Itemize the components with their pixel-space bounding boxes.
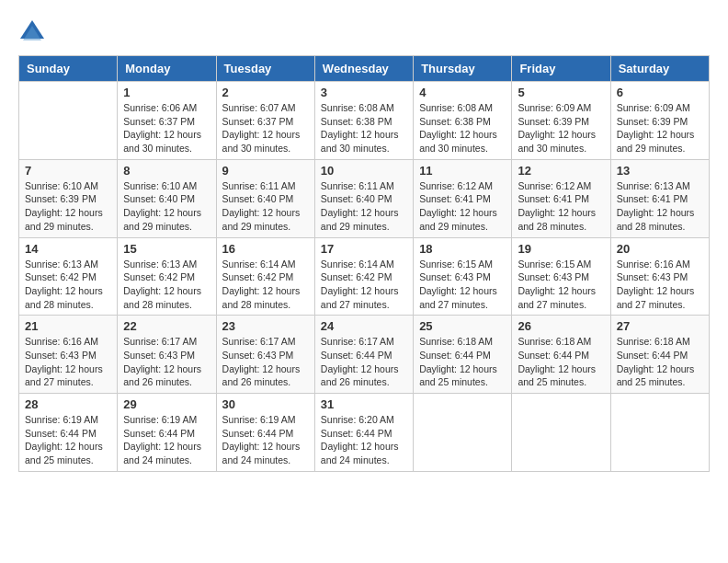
day-info: Sunrise: 6:18 AM Sunset: 6:44 PM Dayligh… (617, 335, 703, 389)
calendar-week-row: 7Sunrise: 6:10 AM Sunset: 6:39 PM Daylig… (19, 159, 710, 237)
calendar-cell: 23Sunrise: 6:17 AM Sunset: 6:43 PM Dayli… (216, 316, 314, 394)
day-number: 4 (419, 86, 506, 99)
calendar-cell: 31Sunrise: 6:20 AM Sunset: 6:44 PM Dayli… (314, 394, 413, 472)
calendar-cell: 8Sunrise: 6:10 AM Sunset: 6:40 PM Daylig… (118, 159, 216, 237)
day-number: 26 (518, 319, 604, 333)
calendar-cell: 6Sunrise: 6:09 AM Sunset: 6:39 PM Daylig… (610, 82, 709, 160)
calendar-cell: 1Sunrise: 6:06 AM Sunset: 6:37 PM Daylig… (118, 82, 216, 160)
day-info: Sunrise: 6:13 AM Sunset: 6:42 PM Dayligh… (123, 258, 210, 312)
day-number: 27 (617, 319, 703, 333)
day-number: 28 (25, 397, 111, 411)
day-number: 8 (123, 164, 210, 178)
day-number: 15 (123, 242, 210, 256)
day-number: 18 (419, 242, 506, 256)
day-number: 29 (123, 397, 210, 411)
logo-icon (18, 18, 46, 46)
day-info: Sunrise: 6:09 AM Sunset: 6:39 PM Dayligh… (518, 101, 604, 155)
day-number: 1 (123, 86, 210, 99)
day-number: 23 (222, 319, 309, 333)
day-info: Sunrise: 6:17 AM Sunset: 6:43 PM Dayligh… (123, 335, 210, 389)
day-number: 17 (321, 242, 407, 256)
calendar-cell: 14Sunrise: 6:13 AM Sunset: 6:42 PM Dayli… (19, 237, 118, 316)
day-number: 19 (518, 242, 604, 256)
calendar-cell: 11Sunrise: 6:12 AM Sunset: 6:41 PM Dayli… (414, 159, 512, 237)
calendar-cell: 25Sunrise: 6:18 AM Sunset: 6:44 PM Dayli… (414, 316, 512, 394)
calendar-cell: 20Sunrise: 6:16 AM Sunset: 6:43 PM Dayli… (610, 237, 709, 316)
day-number: 21 (25, 319, 111, 333)
day-info: Sunrise: 6:19 AM Sunset: 6:44 PM Dayligh… (123, 413, 210, 467)
day-info: Sunrise: 6:10 AM Sunset: 6:40 PM Dayligh… (123, 179, 210, 234)
day-number: 11 (419, 164, 506, 178)
calendar-cell (19, 82, 118, 160)
day-number: 6 (617, 86, 703, 99)
day-number: 5 (518, 86, 604, 99)
day-number: 12 (518, 164, 604, 178)
day-info: Sunrise: 6:20 AM Sunset: 6:44 PM Dayligh… (321, 413, 407, 467)
day-info: Sunrise: 6:14 AM Sunset: 6:42 PM Dayligh… (321, 258, 407, 312)
day-info: Sunrise: 6:17 AM Sunset: 6:43 PM Dayligh… (222, 335, 309, 389)
day-info: Sunrise: 6:10 AM Sunset: 6:39 PM Dayligh… (25, 179, 111, 234)
day-number: 20 (617, 242, 703, 256)
calendar-week-row: 1Sunrise: 6:06 AM Sunset: 6:37 PM Daylig… (19, 82, 710, 160)
day-info: Sunrise: 6:15 AM Sunset: 6:43 PM Dayligh… (518, 258, 604, 312)
day-info: Sunrise: 6:13 AM Sunset: 6:41 PM Dayligh… (617, 179, 703, 234)
calendar-week-row: 28Sunrise: 6:19 AM Sunset: 6:44 PM Dayli… (19, 394, 710, 472)
calendar-cell: 19Sunrise: 6:15 AM Sunset: 6:43 PM Dayli… (512, 237, 610, 316)
calendar-header-sunday: Sunday (19, 56, 118, 82)
calendar-cell: 26Sunrise: 6:18 AM Sunset: 6:44 PM Dayli… (512, 316, 610, 394)
day-number: 13 (617, 164, 703, 178)
day-info: Sunrise: 6:07 AM Sunset: 6:37 PM Dayligh… (222, 101, 309, 155)
calendar-header-row: SundayMondayTuesdayWednesdayThursdayFrid… (19, 56, 710, 82)
logo (18, 18, 50, 46)
day-info: Sunrise: 6:06 AM Sunset: 6:37 PM Dayligh… (123, 101, 210, 155)
calendar-cell (414, 394, 512, 472)
day-info: Sunrise: 6:19 AM Sunset: 6:44 PM Dayligh… (222, 413, 309, 467)
calendar-cell: 2Sunrise: 6:07 AM Sunset: 6:37 PM Daylig… (216, 82, 314, 160)
day-number: 25 (419, 319, 506, 333)
day-number: 7 (25, 164, 111, 178)
calendar-header-saturday: Saturday (610, 56, 709, 82)
day-info: Sunrise: 6:17 AM Sunset: 6:44 PM Dayligh… (321, 335, 407, 389)
calendar-cell: 27Sunrise: 6:18 AM Sunset: 6:44 PM Dayli… (610, 316, 709, 394)
calendar-week-row: 14Sunrise: 6:13 AM Sunset: 6:42 PM Dayli… (19, 237, 710, 316)
calendar-cell: 4Sunrise: 6:08 AM Sunset: 6:38 PM Daylig… (414, 82, 512, 160)
calendar-cell: 30Sunrise: 6:19 AM Sunset: 6:44 PM Dayli… (216, 394, 314, 472)
day-number: 3 (321, 86, 407, 99)
calendar-header-tuesday: Tuesday (216, 56, 314, 82)
calendar-cell: 15Sunrise: 6:13 AM Sunset: 6:42 PM Dayli… (118, 237, 216, 316)
day-info: Sunrise: 6:08 AM Sunset: 6:38 PM Dayligh… (419, 101, 506, 155)
day-info: Sunrise: 6:15 AM Sunset: 6:43 PM Dayligh… (419, 258, 506, 312)
day-info: Sunrise: 6:18 AM Sunset: 6:44 PM Dayligh… (518, 335, 604, 389)
calendar-body: 1Sunrise: 6:06 AM Sunset: 6:37 PM Daylig… (19, 82, 710, 472)
calendar-cell: 13Sunrise: 6:13 AM Sunset: 6:41 PM Dayli… (610, 159, 709, 237)
day-number: 10 (321, 164, 407, 178)
calendar-cell: 10Sunrise: 6:11 AM Sunset: 6:40 PM Dayli… (314, 159, 413, 237)
day-number: 30 (222, 397, 309, 411)
calendar-cell: 24Sunrise: 6:17 AM Sunset: 6:44 PM Dayli… (314, 316, 413, 394)
calendar-cell: 3Sunrise: 6:08 AM Sunset: 6:38 PM Daylig… (314, 82, 413, 160)
day-info: Sunrise: 6:09 AM Sunset: 6:39 PM Dayligh… (617, 101, 703, 155)
day-info: Sunrise: 6:12 AM Sunset: 6:41 PM Dayligh… (419, 179, 506, 234)
calendar-cell: 22Sunrise: 6:17 AM Sunset: 6:43 PM Dayli… (118, 316, 216, 394)
calendar-week-row: 21Sunrise: 6:16 AM Sunset: 6:43 PM Dayli… (19, 316, 710, 394)
calendar-header-wednesday: Wednesday (314, 56, 413, 82)
day-number: 22 (123, 319, 210, 333)
day-info: Sunrise: 6:18 AM Sunset: 6:44 PM Dayligh… (419, 335, 506, 389)
calendar-cell: 29Sunrise: 6:19 AM Sunset: 6:44 PM Dayli… (118, 394, 216, 472)
calendar-cell: 12Sunrise: 6:12 AM Sunset: 6:41 PM Dayli… (512, 159, 610, 237)
calendar-cell (512, 394, 610, 472)
day-info: Sunrise: 6:08 AM Sunset: 6:38 PM Dayligh… (321, 101, 407, 155)
day-info: Sunrise: 6:14 AM Sunset: 6:42 PM Dayligh… (222, 258, 309, 312)
calendar-header-monday: Monday (118, 56, 216, 82)
calendar-cell (610, 394, 709, 472)
day-number: 2 (222, 86, 309, 99)
calendar-cell: 21Sunrise: 6:16 AM Sunset: 6:43 PM Dayli… (19, 316, 118, 394)
day-number: 9 (222, 164, 309, 178)
page-header (18, 18, 710, 46)
calendar-cell: 18Sunrise: 6:15 AM Sunset: 6:43 PM Dayli… (414, 237, 512, 316)
calendar-cell: 17Sunrise: 6:14 AM Sunset: 6:42 PM Dayli… (314, 237, 413, 316)
day-number: 31 (321, 397, 407, 411)
day-info: Sunrise: 6:16 AM Sunset: 6:43 PM Dayligh… (617, 258, 703, 312)
day-number: 16 (222, 242, 309, 256)
day-info: Sunrise: 6:16 AM Sunset: 6:43 PM Dayligh… (25, 335, 111, 389)
